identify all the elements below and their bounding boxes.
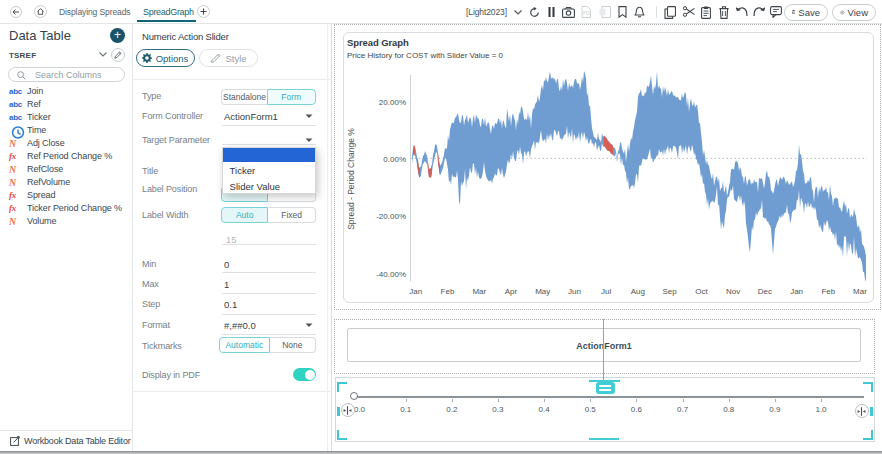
- svg-text:Dec: Dec: [758, 287, 772, 296]
- svg-text:Feb: Feb: [441, 287, 455, 296]
- svg-text:Mar: Mar: [472, 287, 486, 296]
- svg-text:Spread - Period Change %: Spread - Period Change %: [346, 128, 356, 230]
- svg-text:May: May: [535, 287, 550, 296]
- svg-text:Oct: Oct: [695, 287, 708, 296]
- svg-text:Jun: Jun: [568, 287, 581, 296]
- svg-text:Sep: Sep: [662, 287, 677, 296]
- svg-text:-40.00%: -40.00%: [376, 270, 406, 279]
- svg-text:Aug: Aug: [631, 287, 645, 296]
- svg-text:0.00%: 0.00%: [383, 155, 406, 164]
- svg-text:Jan: Jan: [790, 287, 803, 296]
- svg-text:Mar: Mar: [853, 287, 867, 296]
- svg-text:Apr: Apr: [505, 287, 518, 296]
- svg-text:Jul: Jul: [601, 287, 611, 296]
- svg-text:Feb: Feb: [821, 287, 835, 296]
- svg-text:Nov: Nov: [726, 287, 740, 296]
- svg-text:20.00%: 20.00%: [379, 98, 406, 107]
- svg-text:-20.00%: -20.00%: [376, 212, 406, 221]
- svg-text:PDF: PDF: [583, 11, 591, 16]
- svg-text:Jan: Jan: [409, 287, 422, 296]
